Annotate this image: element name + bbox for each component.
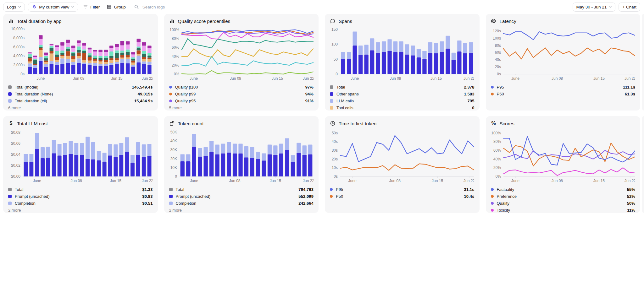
svg-text:June: June (190, 179, 198, 183)
card-title: Quality score percentiles (178, 19, 230, 24)
search-input[interactable] (142, 4, 566, 10)
legend-marker (8, 188, 12, 191)
legend-label: Tool calls (336, 105, 353, 110)
svg-text:$0.04: $0.04 (11, 152, 20, 157)
svg-text:60%: 60% (171, 45, 179, 50)
legend-item[interactable]: Quality p10097% (169, 84, 314, 90)
legend-label: P50 (336, 194, 343, 199)
svg-text:$0.00: $0.00 (11, 174, 20, 179)
card-total-llm-cost: $ Total LLM cost $0.00$0.02$0.04$0.06$0.… (3, 116, 158, 213)
legend-item[interactable]: Total (model)146,549.4s (8, 84, 153, 90)
legend-item[interactable]: Quality p9994% (169, 90, 314, 97)
legend-item[interactable]: Factuality55% (491, 186, 636, 193)
card-title: Total duration by app (17, 19, 61, 24)
legend-item[interactable]: Other spans1,583 (330, 90, 475, 97)
legend-marker (169, 188, 173, 191)
svg-text:$0.08: $0.08 (11, 130, 20, 135)
legend-label: Total (15, 187, 23, 192)
legend-item[interactable]: Completion$0.51 (8, 200, 153, 207)
chart-canvas[interactable]: 010K20K30K40K50KJuneJun 08Jun 15Jun 22 (169, 129, 314, 184)
svg-text:60%: 60% (493, 148, 501, 153)
view-selector-button[interactable]: My custom view (28, 3, 78, 12)
svg-text:120s: 120s (492, 29, 501, 33)
legend-label: Total (336, 85, 345, 89)
card-token-count: Token count 010K20K30K40K50KJuneJun 08Ju… (164, 116, 319, 213)
legend-label: Completion (15, 201, 36, 206)
svg-text:Jun 22: Jun 22 (624, 179, 635, 183)
svg-text:10s: 10s (332, 165, 338, 170)
legend-item[interactable]: P95111.1s (491, 84, 636, 90)
legend-label: Preference (497, 194, 517, 199)
legend-item[interactable]: Toxicity11% (491, 207, 636, 213)
svg-text:20K: 20K (170, 157, 177, 161)
legend: Factuality55%Preference52%Quality50%Toxi… (491, 186, 636, 213)
svg-text:20%: 20% (171, 63, 179, 68)
legend-value: 10.4s (464, 194, 474, 199)
legend-value: 1,583 (464, 92, 474, 96)
legend-item[interactable]: Total794,763 (169, 186, 314, 193)
legend: Total794,763Prompt (uncached)552,099Comp… (169, 186, 314, 213)
svg-text:10K: 10K (170, 165, 177, 170)
svg-text:100%: 100% (491, 131, 501, 135)
legend-item[interactable]: Preference52% (491, 193, 636, 200)
chart-canvas[interactable]: 0s20s40s60s80s100s120sJuneJun 08Jun 15Ju… (491, 26, 635, 82)
chart-canvas[interactable]: 0%20%40%60%80%100%JuneJun 08Jun 15Jun 22 (169, 26, 314, 82)
svg-text:8,000s: 8,000s (13, 36, 25, 40)
search-icon (134, 4, 139, 9)
filter-button[interactable]: Filter (81, 3, 102, 12)
svg-text:80%: 80% (171, 36, 179, 41)
chart-canvas[interactable]: 050100150JuneJun 08Jun 15Jun 22 (330, 26, 474, 82)
legend-value: 91% (305, 99, 314, 103)
legend-more-button[interactable]: 6 more (8, 104, 153, 111)
chart-canvas[interactable]: 0s10s20s30s40s50sJuneJun 08Jun 15Jun 22 (330, 129, 474, 184)
chart-canvas[interactable]: 0%20%40%60%80%100%JuneJun 08Jun 15Jun 22 (491, 129, 635, 184)
legend-item[interactable]: Completion242,664 (169, 200, 314, 207)
legend-value: 11% (627, 208, 635, 213)
legend-marker (330, 188, 333, 191)
svg-text:60s: 60s (495, 50, 501, 55)
add-chart-button[interactable]: + Chart (619, 3, 640, 12)
legend-item[interactable]: P5010.4s (330, 193, 475, 200)
svg-text:150: 150 (331, 27, 338, 32)
legend-marker (491, 93, 494, 95)
legend-label: Quality p100 (175, 85, 198, 89)
legend: Total2,378Other spans1,583LLM calls795To… (330, 84, 475, 111)
legend-item[interactable]: Total2,378 (330, 84, 475, 90)
speech-bubble-icon (330, 18, 336, 24)
legend-item[interactable]: Total duration (None)49,015s (8, 90, 153, 97)
svg-text:50s: 50s (332, 131, 338, 135)
svg-text:100s: 100s (492, 36, 501, 41)
legend-more-button[interactable]: 5 more (169, 104, 314, 111)
legend-more-button[interactable]: 2 more (8, 207, 153, 213)
legend-marker (491, 209, 494, 212)
legend-item[interactable]: P5061.3s (491, 90, 636, 97)
toolbar-right: May 30 - Jun 21 + Chart (573, 3, 640, 12)
logs-dropdown-button[interactable]: Logs (3, 3, 25, 12)
legend-item[interactable]: Tool calls0 (330, 104, 475, 111)
legend-item[interactable]: Prompt (uncached)$0.83 (8, 193, 153, 200)
date-range-button[interactable]: May 30 - Jun 21 (573, 3, 616, 12)
legend-more-button[interactable]: 2 more (169, 207, 314, 213)
svg-text:Jun 15: Jun 15 (430, 76, 442, 81)
svg-text:Jun 15: Jun 15 (271, 76, 283, 81)
group-button[interactable]: Group (105, 3, 128, 12)
legend-value: 794,763 (298, 187, 314, 192)
card-header: % Scores (491, 119, 636, 127)
legend-item[interactable]: Quality p9591% (169, 97, 314, 104)
card-title: Token count (178, 121, 204, 126)
legend-value: $1.33 (142, 187, 153, 192)
legend-item[interactable]: Total$1.33 (8, 186, 153, 193)
card-header: Latency (491, 17, 636, 25)
legend-item[interactable]: Quality50% (491, 200, 636, 207)
legend-marker (491, 188, 494, 191)
legend-marker (330, 92, 333, 96)
legend-item[interactable]: Prompt (uncached)552,099 (169, 193, 314, 200)
card-header: Token count (169, 119, 314, 127)
legend-item[interactable]: Total duration (cli)15,434.9s (8, 97, 153, 104)
chart-canvas[interactable]: 0s2,000s4,000s6,000s8,000s10,000sJuneJun… (8, 26, 153, 82)
legend-item[interactable]: LLM calls795 (330, 97, 475, 104)
legend-item[interactable]: P9531.1s (330, 186, 475, 193)
chart-canvas[interactable]: $0.00$0.02$0.04$0.06$0.08JuneJun 08Jun 1… (8, 129, 153, 184)
token-icon (169, 121, 175, 126)
svg-text:Jun 08: Jun 08 (390, 76, 401, 81)
